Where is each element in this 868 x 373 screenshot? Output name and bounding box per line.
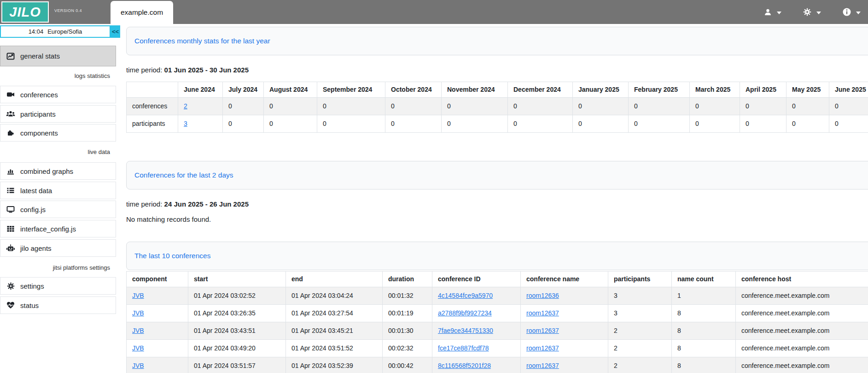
clock-timezone: Europe/Sofia bbox=[47, 28, 82, 35]
sidebar-item-label: general stats bbox=[20, 52, 60, 60]
conference-id-link[interactable]: 8c116568f5201f28 bbox=[438, 362, 491, 369]
user-icon bbox=[763, 8, 772, 16]
app-logo-text: JILO bbox=[9, 5, 41, 20]
clock-display: 14:04 Europe/Sofia bbox=[0, 25, 111, 38]
gear-icon bbox=[803, 8, 812, 16]
clock-time: 14:04 bbox=[29, 28, 44, 35]
card-monthly-stats-header: Conferences monthly stats for the last y… bbox=[126, 27, 868, 55]
sidebar-item-label: combined graphs bbox=[20, 167, 73, 175]
conference-id-link[interactable]: 7fae9ce344751330 bbox=[438, 327, 493, 334]
sidebar-item-jilo-agents[interactable]: jilo agents bbox=[0, 239, 116, 257]
conference-id-link[interactable]: 4c14584fce9a5970 bbox=[438, 292, 493, 299]
sidebar-item-label: conferences bbox=[20, 91, 58, 99]
conference-name-link[interactable]: room12637 bbox=[526, 344, 559, 352]
info-icon bbox=[842, 8, 851, 16]
table-row: participants 3 0 0 0 0 0 0 0 0 0 0 0 0 bbox=[127, 115, 868, 133]
last-conferences-table: component start end duration conference … bbox=[126, 271, 868, 373]
component-link[interactable]: JVB bbox=[132, 362, 144, 369]
monitor-icon bbox=[6, 205, 15, 213]
settings-menu[interactable] bbox=[803, 8, 821, 16]
robot-icon bbox=[6, 244, 15, 252]
conference-name-link[interactable]: room12637 bbox=[526, 309, 559, 317]
sidebar-section-logs-statistics: logs statistics bbox=[0, 72, 120, 80]
table-row: conferences 2 0 0 0 0 0 0 0 0 0 0 0 0 bbox=[127, 98, 868, 115]
caret-down-icon bbox=[777, 8, 781, 16]
table-row: JVB 01 Apr 2024 03:43:51 01 Apr 2024 03:… bbox=[127, 322, 868, 340]
card-title: The last 10 conferences bbox=[134, 252, 210, 260]
monthly-time-period: time period: 01 Jun 2025 - 30 Jun 2025 bbox=[126, 66, 868, 74]
chart-line-icon bbox=[6, 52, 15, 60]
sidebar-item-settings[interactable]: settings bbox=[0, 277, 116, 295]
grid-cells-icon bbox=[6, 225, 15, 233]
gear-icon bbox=[6, 282, 15, 290]
sidebar-item-label: interface_config.js bbox=[20, 225, 76, 233]
heart-pulse-icon bbox=[6, 302, 15, 309]
sidebar-item-label: jilo agents bbox=[20, 244, 52, 252]
user-menu[interactable] bbox=[763, 8, 781, 16]
table-row: JVB 01 Apr 2024 03:02:52 01 Apr 2024 03:… bbox=[127, 287, 868, 305]
sidebar-item-label: components bbox=[20, 129, 58, 137]
sidebar-item-combined-graphs[interactable]: combined graphs bbox=[0, 162, 116, 180]
sidebar-item-label: settings bbox=[20, 282, 44, 290]
sidebar-item-label: status bbox=[20, 302, 39, 309]
sidebar-item-latest-data[interactable]: latest data bbox=[0, 182, 116, 199]
sidebar-item-status[interactable]: status bbox=[0, 296, 116, 314]
sidebar: 14:04 Europe/Sofia << general stats logs… bbox=[0, 24, 120, 373]
sidebar-item-participants[interactable]: participants bbox=[0, 105, 116, 123]
sidebar-item-label: participants bbox=[20, 110, 56, 118]
card-last-2-days-header: Conferences for the last 2 days bbox=[126, 161, 868, 189]
component-link[interactable]: JVB bbox=[132, 292, 144, 299]
info-menu[interactable] bbox=[842, 8, 861, 16]
card-title: Conferences for the last 2 days bbox=[134, 171, 233, 179]
last-2-days-time-period: time period: 24 Jun 2025 - 26 Jun 2025 bbox=[126, 200, 868, 208]
sidebar-item-label: config.js bbox=[20, 206, 46, 213]
component-link[interactable]: JVB bbox=[132, 327, 144, 334]
participants-count-link[interactable]: 3 bbox=[184, 120, 187, 127]
table-header-row: June 2024 July 2024 August 2024 Septembe… bbox=[127, 82, 868, 98]
sidebar-item-general-stats[interactable]: general stats bbox=[0, 46, 116, 66]
sidebar-collapse-button[interactable]: << bbox=[111, 25, 120, 38]
caret-down-icon bbox=[856, 8, 861, 16]
sidebar-item-config-js[interactable]: config.js bbox=[0, 201, 116, 218]
sidebar-item-conferences[interactable]: conferences bbox=[0, 86, 116, 103]
table-row: JVB 01 Apr 2024 03:51:57 01 Apr 2024 03:… bbox=[127, 357, 868, 373]
sidebar-item-interface-config-js[interactable]: interface_config.js bbox=[0, 220, 116, 237]
sidebar-section-jitsi-platforms-settings: jitsi platforms settings bbox=[0, 264, 120, 272]
caret-down-icon bbox=[816, 8, 821, 16]
main-content: Conferences monthly stats for the last y… bbox=[120, 24, 868, 373]
sidebar-section-live-data: live data bbox=[0, 148, 120, 156]
tab-example-com[interactable]: example.com bbox=[111, 1, 173, 24]
puzzle-piece-icon bbox=[6, 129, 15, 137]
conference-name-link[interactable]: room12637 bbox=[526, 327, 559, 334]
conference-name-link[interactable]: room12636 bbox=[526, 292, 559, 299]
conferences-count-link[interactable]: 2 bbox=[184, 102, 187, 110]
app-logo: JILO bbox=[1, 1, 49, 23]
conference-id-link[interactable]: a2788f9bf9927234 bbox=[438, 309, 492, 317]
conference-name-link[interactable]: room12637 bbox=[526, 362, 559, 369]
table-row: JVB 01 Apr 2024 03:49:20 01 Apr 2024 03:… bbox=[127, 340, 868, 357]
top-bar: JILO VERSION 0.4 example.com bbox=[0, 0, 868, 24]
card-last-10-conferences-header: The last 10 conferences bbox=[126, 242, 868, 270]
table-row: JVB 01 Apr 2024 03:26:35 01 Apr 2024 03:… bbox=[127, 305, 868, 322]
list-icon bbox=[6, 186, 15, 195]
monthly-stats-table: June 2024 July 2024 August 2024 Septembe… bbox=[126, 82, 868, 133]
component-link[interactable]: JVB bbox=[132, 344, 144, 352]
no-records-message: No matching records found. bbox=[126, 215, 868, 223]
card-title: Conferences monthly stats for the last y… bbox=[134, 37, 270, 45]
app-version: VERSION 0.4 bbox=[54, 8, 82, 13]
table-header-row: component start end duration conference … bbox=[127, 272, 868, 287]
users-icon bbox=[6, 110, 15, 118]
video-camera-icon bbox=[6, 90, 15, 99]
sidebar-item-label: latest data bbox=[20, 187, 52, 195]
sidebar-item-components[interactable]: components bbox=[0, 124, 116, 142]
component-link[interactable]: JVB bbox=[132, 309, 144, 317]
conference-id-link[interactable]: fce17ce887fcdf78 bbox=[438, 344, 489, 352]
tab-label: example.com bbox=[121, 8, 163, 17]
bar-chart-icon bbox=[6, 167, 15, 175]
